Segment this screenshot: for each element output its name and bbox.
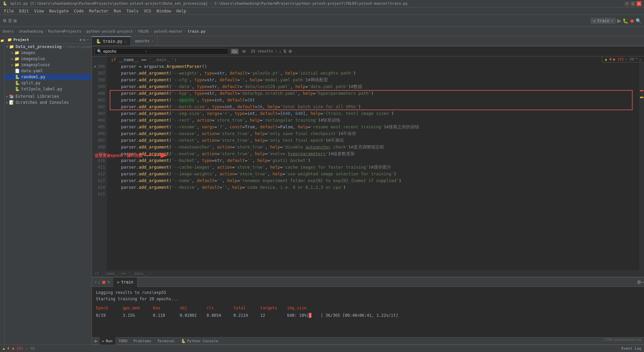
search-clear[interactable]: ✕ <box>145 49 147 53</box>
status-ok[interactable]: ✓ 68 <box>26 346 35 351</box>
menu-tools[interactable]: Tools <box>124 7 141 14</box>
bottom-tab-todo[interactable]: TODO <box>116 337 130 345</box>
main-area: 📁 📁 Project ⚙ ⇅ − ▼ 📁 Data_set_processin… <box>0 36 644 345</box>
sidebar-item-txt2yolo[interactable]: 🐍 txt2yolo_label.py <box>5 86 92 92</box>
ok-count: ✓ 68 <box>625 57 634 61</box>
minimize-btn[interactable]: ─ <box>625 1 629 6</box>
td-epoch: 0/19 <box>96 312 116 319</box>
bc-yolov5[interactable]: yolov5-master <box>154 29 183 34</box>
arrow-imagesplus: ▶ <box>11 56 14 61</box>
case-sensitive-btn[interactable]: Cc <box>231 49 238 54</box>
bottom-problems-label: Problems <box>133 339 151 343</box>
tab-epochs-close[interactable]: ✕ <box>151 39 153 43</box>
run-config[interactable]: ▶ train ▾ <box>591 18 616 24</box>
tab-epochs[interactable]: epochs ✕ <box>131 36 158 46</box>
menu-help[interactable]: Help <box>174 7 189 14</box>
prev-result-btn[interactable]: ↑ <box>275 49 277 54</box>
event-log-btn[interactable]: Event Log <box>621 346 641 351</box>
code-line-400: parser.add_argument('--data', type=str, … <box>111 83 639 90</box>
run-stop-btn[interactable]: ⏹ <box>101 279 106 285</box>
code-line-401: parser.add_argument('--hyp', type=str, d… <box>111 90 639 97</box>
sidebar-item-images[interactable]: ▶ 📁 images <box>5 50 92 56</box>
bc-project[interactable]: python-yolov5-project <box>86 29 133 34</box>
menu-window[interactable]: Window <box>154 7 174 14</box>
bottom-hint-text: if __name__ == '__main__': <box>95 271 152 276</box>
sidebar-item-imagesplus[interactable]: ▶ 📁 imagesplus <box>5 56 92 62</box>
tab-trainpy[interactable]: 🐍 train.py ✕ <box>92 36 131 46</box>
sidebar-item-random1[interactable]: 🐍 random1.py <box>5 74 92 80</box>
file-split-label: split.py <box>21 81 41 85</box>
sidebar-item-external-libraries[interactable]: ▶ 📚 External Libraries <box>5 93 92 99</box>
status-errors[interactable]: ● 101 <box>12 346 23 351</box>
code-area[interactable]: if __name__ == '__main__': parser = argp… <box>107 56 639 270</box>
menu-vcs[interactable]: VCS <box>141 7 154 14</box>
th-targets: targets <box>260 305 280 311</box>
close-btn[interactable]: ✕ <box>637 1 641 6</box>
status-warnings[interactable]: ▲ 4 <box>3 346 9 351</box>
editor[interactable]: ▲ 4 ● 101 ✓ 68 ⌃ ⌄ 这里更改epoch，循环次数 <box>92 56 644 277</box>
bc-projects[interactable]: PycharmProjects <box>48 29 81 34</box>
menu-code[interactable]: Code <box>71 7 87 14</box>
bottom-tab-terminal[interactable]: Terminal <box>155 337 178 345</box>
run-down-btn[interactable]: ↓ <box>98 280 100 284</box>
run-panel-minimize-btn[interactable]: − <box>641 279 644 285</box>
run-btn[interactable]: ▶ <box>617 17 621 24</box>
global-search-btn[interactable]: 🔍 <box>636 18 641 24</box>
settings-btn[interactable]: ⚙ <box>3 18 7 23</box>
stop-btn[interactable]: ⏹ <box>630 18 634 24</box>
menu-edit[interactable]: Edit <box>16 7 32 14</box>
td-progress: | 36/365 [00:48<06:41, 1.22s/it] <box>321 312 398 319</box>
ln-404: 404 <box>92 117 105 124</box>
code-line-399: parser.add_argument('--cfg', type=str, d… <box>111 77 639 83</box>
project-sort-icon[interactable]: ⇅ <box>83 38 86 42</box>
project-tool-btn[interactable]: 📁 <box>0 39 4 43</box>
project-header[interactable]: 📁 Project ⚙ ⇅ − <box>5 36 92 44</box>
menu-view[interactable]: View <box>32 7 47 14</box>
filter-btn[interactable]: ⇅ <box>283 49 286 54</box>
file-random1-label: random1.py <box>21 75 45 79</box>
project-settings-icon[interactable]: ⚙ <box>79 38 82 42</box>
expand-icon[interactable]: ⌄ <box>639 57 641 61</box>
run-up-btn[interactable]: ↑ <box>95 280 97 284</box>
layout-btn[interactable]: ☰ <box>8 18 12 23</box>
menu-run[interactable]: Run <box>111 7 124 14</box>
run-panel-settings-btn[interactable]: ⚙ <box>637 279 641 285</box>
tab-trainpy-label: train.py <box>103 39 122 44</box>
settings-search-btn[interactable]: ⚙ <box>288 49 292 54</box>
sidebar-item-split[interactable]: 🐍 split.py <box>5 80 92 86</box>
sidebar-item-datayaml[interactable]: 📄 data.yaml <box>5 68 92 74</box>
bc-user[interactable]: zhaohaobing <box>19 29 43 34</box>
file-random1-icon: 🐍 <box>15 75 20 79</box>
ln-405: 405 <box>92 124 105 130</box>
bottom-tab-run[interactable]: ▶ Run <box>100 337 115 345</box>
bc-users[interactable]: Users <box>3 29 14 34</box>
run-tab-active[interactable]: ▶ train <box>113 277 138 287</box>
maximize-btn[interactable]: □ <box>631 1 635 6</box>
bottom-pyconsole-label: Python Console <box>187 339 218 343</box>
run-restart-btn[interactable]: ↻ <box>107 280 111 284</box>
bottom-tab-pyconsole[interactable]: 🐍 Python Console <box>178 337 221 345</box>
structure-btn[interactable]: ⊞ <box>13 18 17 23</box>
bc-file[interactable]: train.py <box>187 29 205 34</box>
tab-trainpy-close[interactable]: ✕ <box>124 40 126 43</box>
whole-word-btn[interactable]: W <box>240 49 247 54</box>
sidebar-item-imagesplusss[interactable]: ▶ 📁 imagesplusss <box>5 62 92 68</box>
sidebar-item-root[interactable]: ▼ 📁 Data_set_processing C:\Users\zhaohao… <box>5 44 92 50</box>
run-table-header: Epoch gpu_mem box obj cls total targets … <box>96 305 640 311</box>
sidebar-item-scratches[interactable]: ▶ 📝 Scratches and Consoles <box>5 99 92 105</box>
debug-btn[interactable]: 🐛 <box>623 18 628 24</box>
menu-navigate[interactable]: Navigate <box>47 7 71 14</box>
th-imgsize: img_size <box>287 305 314 311</box>
right-gutter[interactable] <box>639 56 644 270</box>
next-result-btn[interactable]: ↓ <box>279 49 281 54</box>
search-input[interactable] <box>103 49 144 54</box>
collapse-icon[interactable]: ⌃ <box>636 57 638 61</box>
bottom-tab-problems[interactable]: Problems <box>131 337 154 345</box>
menu-file-label[interactable]: File <box>1 7 16 14</box>
ln-413: 413 <box>92 177 105 184</box>
code-view[interactable]: ▶396 397 398 399 400 401 402 403 404 405… <box>92 56 644 270</box>
project-collapse-icon[interactable]: − <box>87 38 89 42</box>
menu-refactor[interactable]: Refactor <box>86 7 111 14</box>
bc-yolo[interactable]: YOLO5 <box>138 29 149 34</box>
run-play-btn[interactable]: ▶ <box>93 339 99 343</box>
